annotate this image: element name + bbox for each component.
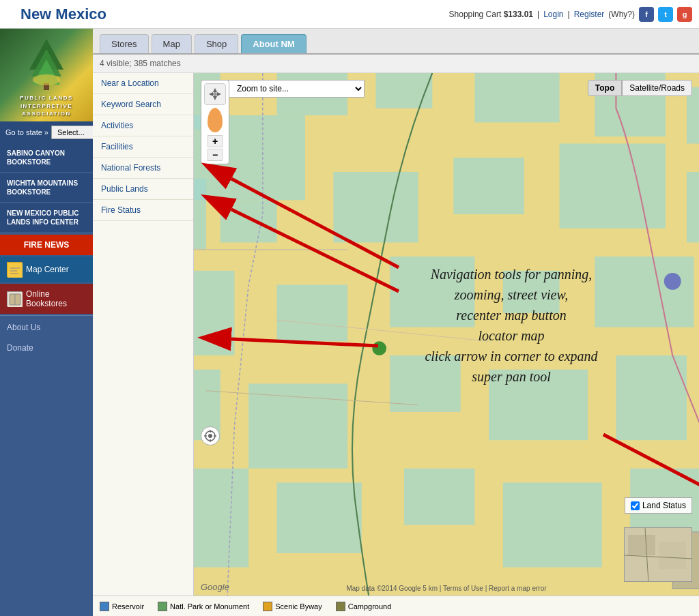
sidebar-divider [0,315,93,316]
zoom-out-button[interactable]: − [208,149,223,161]
online-bookstores-button[interactable]: Online Bookstores [0,284,93,314]
land-status-checkbox[interactable]: Land Status [625,497,692,514]
map-section: Near a Location Keyword Search Activitie… [93,73,699,596]
filter-fire-status[interactable]: Fire Status [93,200,193,221]
tab-about-nm[interactable]: About NM [241,34,306,53]
svg-rect-24 [560,144,666,229]
legend-campground: Campground [336,602,392,611]
sabino-canyon-link[interactable]: SABINO CANYON BOOKSTORE [0,143,93,172]
facebook-icon[interactable]: f [639,7,654,22]
book-icon [7,291,22,306]
tab-shop[interactable]: Shop [195,34,238,53]
legend-natl-park-label: Natl. Park or Monument [170,602,249,611]
state-select[interactable]: Select... New Mexico Arizona [51,126,93,139]
svg-marker-53 [217,92,221,96]
filter-facilities[interactable]: Facilities [93,136,193,158]
results-bar: 4 visible; 385 matches [93,55,699,73]
page-title: New Mexico [20,5,106,23]
twitter-icon[interactable]: t [658,7,673,22]
filter-activities[interactable]: Activities [93,115,193,136]
results-text: 4 visible; 385 matches [100,59,181,68]
legend-scenic-byway-label: Scenic Byway [275,602,322,611]
logo-line3: ASSOCIATION [20,110,73,117]
map-container[interactable]: Zoom to site... Topo Satellite/Roads [194,73,699,596]
tabs-bar: Stores Map Shop About NM [93,29,699,55]
logo-line1: PUBLIC LANDS [20,94,73,102]
divider: | [537,10,539,19]
map-center-label: Map Center [26,265,69,274]
svg-point-48 [664,273,681,290]
divider: | [568,10,570,19]
login-link[interactable]: Login [543,10,563,19]
filter-near-location[interactable]: Near a Location [93,73,193,94]
legend-natl-park-icon [158,602,167,611]
why-label: (Why?) [608,10,635,19]
state-selector-label: Go to state » [5,128,48,136]
legend-bar: Reservoir Natl. Park or Monument Scenic … [93,596,699,616]
content-area: Stores Map Shop About NM 4 visible; 385 … [93,29,699,616]
svg-rect-41 [503,482,602,567]
googleplus-icon[interactable]: g [677,7,692,22]
legend-scenic-byway-icon [263,602,272,611]
svg-point-4 [33,74,60,85]
donate-link[interactable]: Donate [0,338,93,358]
filter-national-forests[interactable]: National Forests [93,158,193,179]
mini-map[interactable] [624,527,692,582]
map-data-attribution: Map data ©2014 Google 5 km | Terms of Us… [346,585,546,592]
sidebar-logo: PUBLIC LANDS INTERPRETIVE ASSOCIATION [0,29,93,121]
svg-rect-17 [474,73,559,122]
svg-rect-67 [628,535,655,555]
svg-marker-52 [209,92,213,96]
nm-info-center-link[interactable]: NEW MEXICO PUBLIC LANDS INFO CENTER [0,203,93,232]
header-left: New Mexico [7,5,106,23]
main-wrapper: PUBLIC LANDS INTERPRETIVE ASSOCIATION Go… [0,29,699,616]
header: New Mexico Shopping Cart $133.01 | Login… [0,0,699,29]
sidebar: PUBLIC LANDS INTERPRETIVE ASSOCIATION Go… [0,29,93,616]
svg-rect-30 [595,256,694,327]
svg-rect-35 [489,370,588,441]
filter-public-lands[interactable]: Public Lands [93,179,193,200]
svg-rect-23 [453,158,524,214]
map-zoom-control: + − [201,80,229,164]
svg-rect-33 [248,383,347,468]
svg-rect-20 [194,179,206,250]
svg-marker-51 [213,96,217,100]
svg-point-56 [208,434,212,438]
topo-button[interactable]: Topo [588,80,622,96]
logo-line2: INTERPRETIVE [20,102,73,110]
recenter-button[interactable] [201,426,220,445]
google-attribution: Google [201,582,229,592]
svg-point-47 [372,341,386,355]
svg-rect-21 [220,200,277,242]
logo-tree-icon [26,35,67,90]
satellite-button[interactable]: Satellite/Roads [622,80,692,96]
legend-campground-label: Campground [348,602,392,611]
legend-reservoir-label: Reservoir [112,602,144,611]
svg-rect-68 [659,542,686,569]
street-view-icon[interactable] [208,108,223,132]
tab-stores[interactable]: Stores [100,34,149,53]
svg-rect-36 [616,355,687,440]
tab-map[interactable]: Map [152,34,192,53]
zoom-select[interactable]: Zoom to site... [228,80,365,98]
wichita-mountains-link[interactable]: WICHITA MOUNTAINS BOOKSTORE [0,173,93,202]
svg-rect-27 [277,285,348,342]
state-selector: Go to state » Select... New Mexico Arizo… [0,121,93,143]
filters-panel: Near a Location Keyword Search Activitie… [93,73,194,596]
legend-scenic-byway: Scenic Byway [263,602,322,611]
land-status-input[interactable] [631,501,640,510]
svg-rect-25 [687,172,699,243]
pan-control[interactable] [204,83,226,105]
svg-point-54 [213,92,217,96]
svg-rect-39 [277,482,362,553]
filter-keyword-search[interactable]: Keyword Search [93,94,193,115]
cart-amount: $133.01 [504,10,533,19]
register-link[interactable]: Register [574,10,605,19]
zoom-in-button[interactable]: + [208,135,223,147]
map-center-button[interactable]: Map Center [0,256,93,282]
legend-campground-icon [336,602,345,611]
legend-reservoir-icon [100,602,109,611]
about-us-link[interactable]: About Us [0,317,93,338]
fire-news-button[interactable]: FIRE NEWS [0,235,93,255]
svg-rect-26 [194,271,234,355]
